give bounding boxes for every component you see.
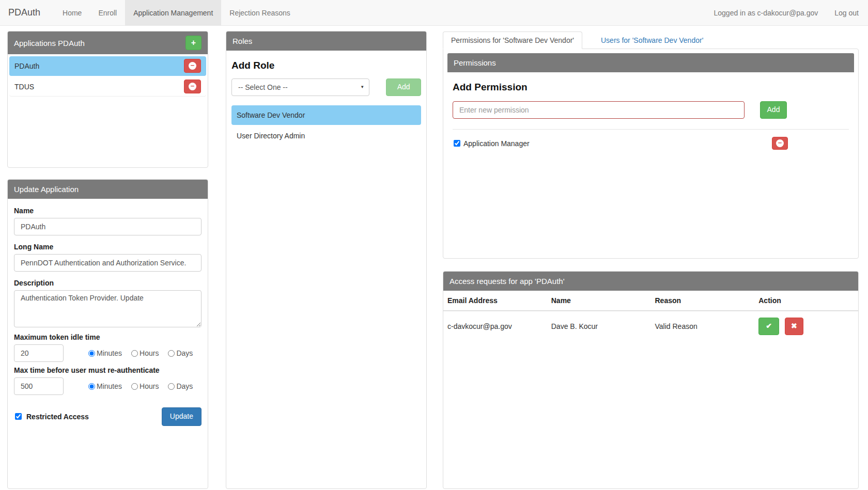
radio-label: Minutes	[97, 349, 122, 357]
column-header-name: Name	[547, 291, 651, 311]
nav-item-home[interactable]: Home	[54, 0, 90, 25]
idle-unit-days[interactable]: Days	[168, 349, 193, 357]
application-list-item-tdus[interactable]: TDUS −	[9, 77, 206, 97]
role-detail-tabs: Permissions for 'Software Dev Vendor' Us…	[443, 31, 859, 49]
idle-time-row: Minutes Hours Days	[14, 344, 202, 362]
reauth-time-label: Max time before user must re-authenticat…	[14, 366, 202, 374]
column-header-reason: Reason	[651, 291, 755, 311]
reauth-unit-hours[interactable]: Hours	[131, 382, 159, 390]
applications-panel: Applications PDAuth + PDAuth − TDUS −	[7, 31, 208, 168]
access-requests-panel: Access requests for app 'PDAuth' Email A…	[443, 271, 859, 489]
idle-unit-minutes[interactable]: Minutes	[88, 349, 122, 357]
radio-label: Hours	[140, 349, 159, 357]
request-reason-cell: Valid Reason	[651, 311, 755, 341]
role-list-item-software-dev-vendor[interactable]: Software Dev Vendor	[231, 105, 421, 125]
reauth-time-input[interactable]	[14, 377, 64, 395]
role-select[interactable]: -- Select One --	[231, 78, 369, 96]
access-request-row: c-davkocur@pa.gov Dave B. Kocur Valid Re…	[443, 311, 858, 341]
radio-label: Days	[176, 349, 193, 357]
remove-permission-button[interactable]: −	[772, 137, 788, 150]
role-list-item-user-directory-admin[interactable]: User Directory Admin	[231, 126, 421, 146]
idle-days-radio[interactable]	[168, 350, 175, 357]
navbar-right: Logged in as c-dakocur@pa.gov Log out	[706, 0, 868, 25]
remove-application-button[interactable]: −	[184, 59, 201, 73]
description-textarea[interactable]: Authentication Token Provider. Update	[14, 290, 202, 327]
radio-label: Hours	[140, 382, 159, 390]
description-label: Description	[14, 279, 202, 287]
idle-time-label: Maximum token idle time	[14, 333, 202, 341]
reauth-minutes-radio[interactable]	[88, 383, 95, 390]
access-requests-table: Email Address Name Reason Action c-davko…	[443, 291, 858, 341]
cross-icon: ✖	[791, 322, 797, 330]
nav-item-rejection-reasons[interactable]: Rejection Reasons	[221, 0, 299, 25]
description-field-group: Description Authentication Token Provide…	[14, 279, 202, 329]
update-application-form: Name Long Name Description Authenticatio…	[8, 199, 208, 431]
reject-request-button[interactable]: ✖	[785, 318, 803, 335]
reauth-time-units: Minutes Hours Days	[88, 382, 202, 390]
applications-column: Applications PDAuth + PDAuth − TDUS −	[7, 31, 208, 489]
idle-time-input[interactable]	[14, 344, 64, 362]
table-header-row: Email Address Name Reason Action	[443, 291, 858, 311]
idle-minutes-radio[interactable]	[88, 350, 95, 357]
new-permission-input[interactable]	[453, 101, 745, 119]
update-application-title: Update Application	[14, 185, 79, 194]
tab-users[interactable]: Users for 'Software Dev Vendor'	[593, 31, 711, 49]
nav-item-enroll[interactable]: Enroll	[90, 0, 125, 25]
logout-link[interactable]: Log out	[825, 0, 868, 25]
radio-label: Days	[176, 382, 193, 390]
long-name-input[interactable]	[14, 254, 202, 272]
idle-time-units: Minutes Hours Days	[88, 349, 202, 357]
roles-column: Roles Add Role -- Select One -- ▼ Add So…	[226, 31, 427, 489]
idle-unit-hours[interactable]: Hours	[131, 349, 159, 357]
permission-checkbox[interactable]	[454, 140, 460, 147]
roles-panel-title: Roles	[233, 37, 252, 45]
application-item-label: PDAuth	[14, 62, 39, 70]
add-permission-form: Add	[453, 101, 849, 119]
role-detail-column: Permissions for 'Software Dev Vendor' Us…	[443, 31, 859, 489]
reauth-hours-radio[interactable]	[131, 383, 138, 390]
applications-panel-header: Applications PDAuth +	[8, 31, 208, 54]
roles-panel: Roles Add Role -- Select One -- ▼ Add So…	[226, 31, 427, 489]
long-name-field-group: Long Name	[14, 243, 202, 272]
request-email-cell: c-davkocur@pa.gov	[443, 311, 547, 341]
reauth-unit-minutes[interactable]: Minutes	[88, 382, 122, 390]
role-item-label: Software Dev Vendor	[237, 111, 305, 119]
permissions-panel-title: Permissions	[454, 58, 496, 67]
permissions-tab-pane: Permissions Add Permission Add Applicati…	[443, 49, 859, 259]
brand-pdauth: PDAuth	[0, 0, 48, 25]
reauth-days-radio[interactable]	[168, 383, 175, 390]
roles-panel-body: Add Role -- Select One -- ▼ Add Software…	[226, 51, 426, 152]
application-list-item-pdauth[interactable]: PDAuth −	[9, 56, 206, 76]
add-role-heading: Add Role	[231, 60, 421, 71]
permission-row: Application Manager −	[453, 130, 849, 150]
idle-hours-radio[interactable]	[131, 350, 138, 357]
name-field-group: Name	[14, 207, 202, 235]
restricted-access-option[interactable]: Restricted Access	[14, 413, 89, 421]
reauth-unit-days[interactable]: Days	[168, 382, 193, 390]
add-permission-button[interactable]: Add	[760, 101, 787, 119]
update-button[interactable]: Update	[162, 407, 202, 426]
role-item-label: User Directory Admin	[237, 132, 305, 140]
restricted-access-checkbox[interactable]	[15, 413, 22, 420]
column-header-email: Email Address	[443, 291, 547, 311]
permissions-content: Add Permission Add Application Manager −	[447, 72, 854, 150]
add-application-button[interactable]: +	[185, 36, 202, 50]
logged-in-text: Logged in as c-dakocur@pa.gov	[706, 0, 825, 25]
update-application-panel-header: Update Application	[8, 180, 208, 199]
add-role-button[interactable]: Add	[386, 78, 421, 96]
update-footer-row: Restricted Access Update	[14, 407, 202, 426]
permission-label: Application Manager	[463, 139, 530, 148]
add-role-form: -- Select One -- ▼ Add	[231, 78, 421, 96]
column-header-action: Action	[754, 291, 858, 311]
nav-item-application-management[interactable]: Application Management	[125, 0, 221, 25]
check-icon: ✔	[766, 322, 772, 330]
name-input[interactable]	[14, 218, 202, 235]
radio-label: Minutes	[97, 382, 122, 390]
remove-application-button[interactable]: −	[184, 80, 201, 93]
approve-request-button[interactable]: ✔	[758, 318, 779, 335]
reauth-time-row: Minutes Hours Days	[14, 377, 202, 395]
tab-permissions[interactable]: Permissions for 'Software Dev Vendor'	[443, 31, 582, 49]
role-select-wrap: -- Select One -- ▼	[231, 78, 369, 96]
main-content: Applications PDAuth + PDAuth − TDUS −	[0, 26, 868, 490]
restricted-access-label: Restricted Access	[26, 413, 89, 421]
